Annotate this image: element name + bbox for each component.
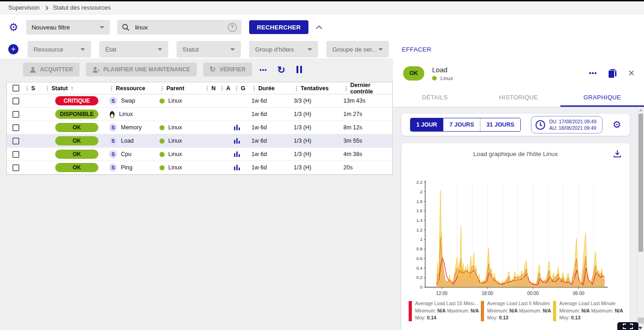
drag-handle-icon[interactable]: ⋮ [234, 85, 239, 92]
table-row[interactable]: DISPONIBLE S Linux 1w 6d 1/3 (H) 1m 27s [7, 108, 392, 121]
graph-icon[interactable] [234, 125, 240, 130]
close-icon[interactable]: ✕ [628, 68, 635, 78]
drag-handle-icon[interactable]: ⋮ [294, 85, 299, 92]
resource-name[interactable]: Memory [121, 124, 142, 131]
table-row-selected[interactable]: OK S Load Linux 1w 6d 1/3 (H) 3m 55s [7, 134, 392, 148]
chevron-down-icon [378, 48, 383, 51]
resource-name[interactable]: Load [121, 138, 134, 144]
more-actions-button[interactable]: ••• [259, 66, 267, 73]
drag-handle-icon[interactable]: ⋮ [160, 85, 165, 92]
resource-name[interactable]: Cpu [121, 151, 131, 157]
drag-handle-icon[interactable]: ⋮ [24, 85, 30, 92]
row-checkbox[interactable] [12, 151, 19, 158]
row-checkbox[interactable] [12, 124, 19, 131]
legend-item-load1[interactable]: Average Load Last Minute Minimum: N/A Ma… [553, 300, 625, 322]
column-dernier-controle[interactable]: Dernier contrôle [350, 82, 392, 95]
row-checkbox[interactable] [12, 98, 19, 104]
drag-handle-icon[interactable]: ⋮ [219, 85, 225, 92]
service-icon: S [109, 97, 117, 105]
scroll-up-arrow-icon[interactable] [639, 109, 643, 111]
graph-icon[interactable] [234, 151, 240, 157]
tab-details[interactable]: DÉTAILS [393, 88, 477, 107]
drag-handle-icon[interactable]: ⋮ [45, 85, 50, 92]
duration-value: 1w 6d [251, 151, 294, 157]
chevron-down-icon [308, 48, 312, 51]
breadcrumb-item-supervision[interactable]: Supervision [8, 4, 40, 11]
refresh-icon[interactable]: ↻ [277, 65, 285, 75]
drag-handle-icon[interactable]: ⋮ [343, 85, 349, 92]
tab-graphique[interactable]: GRAPHIQUE [560, 88, 644, 107]
parent-name[interactable]: Linux [168, 164, 182, 171]
scrollbar-bottom [638, 318, 644, 324]
svg-text:06:00: 06:00 [573, 291, 584, 296]
duration-value: 1w 6d [251, 124, 294, 131]
date-range-picker[interactable]: DU: 17/08/2021 09:49 AU: 18/08/2021 09:4… [531, 116, 603, 133]
pause-autorefresh-button[interactable] [296, 66, 302, 73]
filters-section: ⚙ Nouveau filtre linux ? RECHERCHER + Re… [0, 14, 644, 59]
search-button[interactable]: RECHERCHER [249, 20, 309, 34]
download-icon[interactable] [613, 150, 621, 158]
select-all-checkbox[interactable] [12, 85, 19, 92]
column-parent[interactable]: Parent [166, 85, 184, 92]
criteria-state-select[interactable]: État [99, 41, 168, 58]
panel-more-actions-button[interactable]: ••• [589, 69, 597, 77]
table-row[interactable]: OK S Memory Linux 1w 6d 1/3 (H) 8m 12s [7, 121, 392, 134]
parent-name[interactable]: Linux [168, 151, 182, 157]
sort-asc-icon[interactable]: ↑ [70, 85, 74, 92]
search-input[interactable]: linux ? [117, 20, 241, 35]
graph-icon[interactable] [234, 138, 240, 144]
row-checkbox[interactable] [12, 111, 19, 118]
help-icon[interactable]: ? [228, 23, 237, 32]
criteria-resource-select[interactable]: Ressource [28, 41, 91, 58]
scrollbar-thumb[interactable] [638, 114, 643, 252]
copy-link-icon[interactable] [608, 69, 617, 78]
table-row[interactable]: OK S Ping Linux 1w 6d 1/3 (H) 20s [7, 161, 392, 174]
check-button[interactable]: ↻ VÉRIFIER [203, 63, 252, 76]
drag-handle-icon[interactable]: ⋮ [251, 85, 257, 92]
graph-title: Load graphique de l'hôte Linux [406, 151, 625, 157]
filter-settings-gear-icon[interactable]: ⚙ [9, 22, 18, 33]
resources-table: ⋮S ⋮Statut↑ ⋮Ressource ⋮Parent ⋮N ⋮A ⋮G … [6, 82, 393, 175]
graph-icon[interactable] [234, 165, 240, 170]
column-ressource[interactable]: Ressource [116, 85, 145, 92]
load-graph[interactable]: 00.20.40.60.811.21.41.61.822.212:0018:00… [406, 179, 625, 299]
column-tentatives[interactable]: Tentatives [301, 85, 329, 92]
resource-name[interactable]: Ping [121, 164, 132, 171]
svg-text:1: 1 [420, 237, 422, 242]
legend-item-load15[interactable]: Average Load Last 15 Minu... Minimum: N/… [409, 300, 481, 322]
breadcrumb-item-resource-status[interactable]: Statut des ressources [53, 4, 111, 11]
period-7-days-button[interactable]: 7 JOURS [443, 118, 480, 131]
tab-historique[interactable]: HISTORIQUE [477, 88, 560, 107]
panel-parent-name[interactable]: Linux [440, 75, 453, 81]
saved-filter-select[interactable]: Nouveau filtre [26, 20, 110, 35]
acknowledge-button[interactable]: ACQUITTER [23, 63, 80, 76]
column-statut[interactable]: Statut [51, 85, 68, 92]
parent-status-dot [160, 125, 165, 130]
table-header-row: ⋮S ⋮Statut↑ ⋮Ressource ⋮Parent ⋮N ⋮A ⋮G … [7, 82, 392, 94]
criteria-status-select[interactable]: Statut [177, 41, 241, 58]
clear-filters-button[interactable]: EFFACER [402, 46, 431, 53]
resource-name[interactable]: Swap [121, 98, 135, 104]
drag-handle-icon[interactable]: ⋮ [109, 85, 114, 92]
collapse-filters-chevron-up-icon[interactable] [316, 25, 322, 29]
panel-scrollbar[interactable] [637, 107, 644, 330]
drag-handle-icon[interactable]: ⋮ [205, 85, 210, 92]
parent-name[interactable]: Linux [168, 98, 182, 104]
criteria-servicegroup-select[interactable]: Groupe de ser... [326, 41, 389, 58]
graph-settings-gear-icon[interactable]: ⚙ [613, 119, 621, 130]
table-row[interactable]: OK S Cpu Linux 1w 6d 1/3 (H) 4m 38s [7, 148, 392, 161]
resource-name[interactable]: Linux [119, 111, 133, 117]
duration-value: 1w 6d [251, 98, 294, 104]
legend-item-load5[interactable]: Average Load Last 5 Minutes Minimum: N/A… [481, 300, 553, 322]
row-checkbox[interactable] [12, 138, 19, 145]
period-31-days-button[interactable]: 31 JOURS [480, 118, 520, 131]
period-1-day-button[interactable]: 1 JOUR [410, 118, 443, 131]
downtime-button[interactable]: PLANIFIER UNE MAINTENANCE [86, 63, 197, 76]
add-criteria-button[interactable]: + [8, 44, 18, 54]
table-row[interactable]: CRITIQUE S Swap Linux 1w 6d 3/3 (H) 13m … [7, 94, 392, 108]
parent-name[interactable]: Linux [168, 138, 182, 144]
row-checkbox[interactable] [12, 164, 19, 171]
parent-name[interactable]: Linux [168, 124, 182, 131]
criteria-hostgroup-select[interactable]: Group d'hôtes [249, 41, 318, 58]
column-duree[interactable]: Durée [258, 85, 274, 92]
